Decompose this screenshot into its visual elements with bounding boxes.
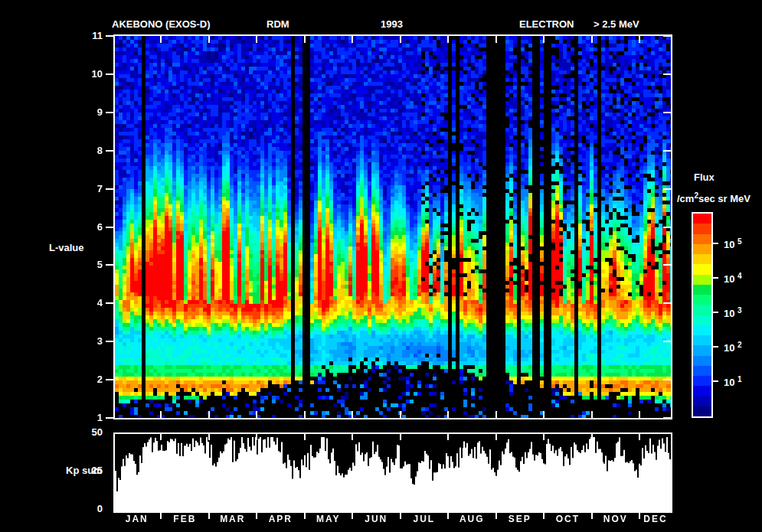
month-tick-kp-top	[160, 434, 162, 440]
month-tick-top	[208, 36, 210, 43]
title-energy: > 2.5 MeV	[594, 18, 639, 30]
colorbar-band	[693, 397, 711, 406]
month-tick-bottom	[639, 411, 640, 418]
colorbar	[692, 212, 713, 418]
l-tick-right	[663, 112, 671, 113]
month-tick-kp-top	[304, 434, 306, 440]
l-tick-label: 9	[77, 106, 103, 118]
l-tick-right	[663, 379, 671, 380]
month-tick-bottom	[543, 411, 545, 418]
kp-tick-label: 0	[77, 503, 103, 514]
l-tick	[106, 379, 114, 380]
title-year: 1993	[381, 18, 403, 30]
month-tick-bottom	[352, 411, 353, 418]
colorbar-band	[693, 295, 711, 305]
month-label: FEB	[160, 514, 209, 524]
month-tick-kp-top	[639, 434, 640, 440]
colorbar-band	[693, 305, 711, 315]
l-tick	[106, 35, 114, 37]
l-tick-label: 6	[77, 221, 103, 233]
flux-tick	[711, 277, 718, 279]
month-tick-bottom	[160, 411, 162, 418]
colorbar-band	[693, 345, 711, 355]
month-tick-bottom	[208, 411, 210, 418]
l-tick-label: 5	[77, 259, 103, 270]
l-tick	[106, 188, 114, 190]
spectrogram-panel	[113, 34, 672, 419]
month-label: SEP	[495, 514, 545, 524]
l-tick-right	[663, 188, 671, 190]
l-tick	[106, 73, 114, 75]
month-tick-bottom	[591, 411, 593, 418]
l-tick-label: 4	[77, 297, 103, 308]
flux-tick	[711, 346, 718, 348]
l-tick-label: 10	[77, 68, 103, 80]
month-tick-kp-top	[591, 434, 593, 440]
month-label: AUG	[447, 514, 496, 524]
flux-tick-label: 10 5	[724, 237, 742, 250]
month-tick-bottom	[256, 411, 257, 418]
month-label: JUL	[400, 514, 449, 524]
month-tick-top	[495, 36, 497, 43]
l-tick-right	[663, 227, 671, 228]
month-tick-kp-top	[400, 434, 401, 440]
month-label: OCT	[543, 514, 592, 524]
month-tick-top	[447, 36, 449, 43]
colorbar-band	[693, 406, 711, 416]
month-label: MAY	[304, 514, 353, 524]
month-label: DEC	[631, 514, 680, 524]
l-tick	[106, 264, 114, 266]
month-tick-bottom	[400, 411, 401, 418]
colorbar-band	[693, 285, 711, 295]
month-tick-kp-top	[495, 434, 497, 440]
month-tick-kp-top	[208, 434, 210, 440]
colorbar-band	[693, 366, 711, 376]
title-mission: AKEBONO (EXOS-D)	[112, 18, 211, 30]
title-instrument: RDM	[267, 18, 289, 30]
month-tick-kp-top	[256, 434, 257, 440]
colorbar-band	[693, 214, 711, 224]
month-tick-bottom	[304, 411, 306, 418]
l-tick	[106, 150, 114, 152]
l-tick-right	[663, 302, 671, 304]
flux-tick-label: 10 3	[724, 306, 742, 319]
l-tick-right	[663, 73, 671, 75]
title-species: ELECTRON	[519, 18, 574, 30]
l-tick-label: 3	[77, 335, 103, 347]
colorbar-title: Flux	[694, 171, 715, 183]
colorbar-band	[693, 335, 711, 345]
month-label: APR	[256, 514, 305, 524]
l-tick	[106, 302, 114, 304]
l-tick-right	[663, 150, 671, 152]
month-tick-top	[160, 36, 162, 43]
colorbar-band	[693, 356, 711, 366]
flux-tick-label: 10 1	[724, 375, 742, 388]
y-axis-label: L-value	[49, 242, 84, 253]
l-tick-right	[663, 341, 671, 342]
l-tick-label: 2	[77, 374, 103, 385]
flux-tick	[711, 380, 718, 382]
flux-tick	[711, 312, 718, 313]
month-tick-top	[639, 36, 640, 43]
flux-tick-label: 10 4	[724, 272, 742, 285]
colorbar-band	[693, 376, 711, 386]
kp-panel	[113, 432, 672, 513]
month-tick-kp-top	[352, 434, 353, 440]
month-label: MAR	[208, 514, 257, 524]
l-tick-label: 1	[77, 412, 103, 423]
month-tick-top	[400, 36, 401, 43]
colorbar-band	[693, 244, 711, 254]
colorbar-unit: /cm2sec sr MeV	[677, 191, 751, 204]
colorbar-band	[693, 254, 711, 264]
l-tick	[106, 112, 114, 113]
l-tick-right	[663, 264, 671, 266]
l-tick-right	[663, 417, 671, 419]
month-tick-bottom	[447, 411, 449, 418]
l-tick-label: 11	[77, 30, 103, 41]
colorbar-band	[693, 325, 711, 335]
kp-canvas	[115, 434, 671, 511]
colorbar-band	[693, 264, 711, 274]
month-tick-top	[256, 36, 257, 43]
month-label: JAN	[113, 514, 162, 524]
l-tick	[106, 227, 114, 228]
